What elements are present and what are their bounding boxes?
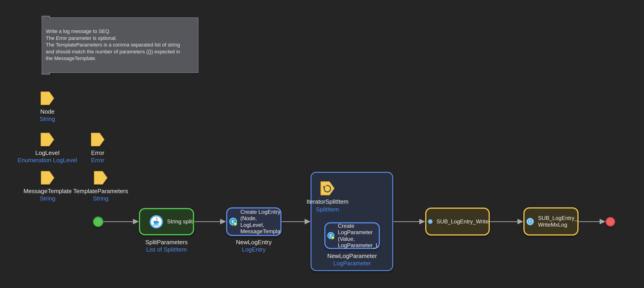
flow-connector[interactable]: [393, 221, 419, 222]
loop-iterator-icon: [320, 181, 335, 196]
create-object-icon: [326, 230, 335, 241]
iterator-type: SplitItem: [291, 206, 364, 213]
variable-type: LogParameter: [324, 259, 380, 267]
action-label: String split: [167, 218, 193, 225]
start-event[interactable]: [93, 216, 104, 227]
action-output-label: NewLogParameter LogParameter: [324, 252, 380, 267]
action-label: SUB_LogEntry_Write: [436, 218, 488, 225]
iterator-name: IteratorSplitItem: [291, 198, 364, 205]
microflow-call-sub-logentry-writemxlog[interactable]: SUB_LogEntry_ WriteMxLog: [524, 207, 578, 235]
microflow-call-sub-logentry-write[interactable]: SUB_LogEntry_Write: [425, 208, 490, 235]
parameter-node[interactable]: Node String: [11, 91, 84, 123]
microflow-canvas: Write a log message to SEQ. The Error pa…: [0, 0, 644, 288]
parameter-type: Error: [91, 156, 104, 164]
variable-type: LogEntry: [226, 246, 282, 253]
action-label: Create LogParameter (Value, LogParameter…: [338, 223, 379, 249]
loop-iterator-splititem[interactable]: IteratorSplitItem SplitItem Create LogPa…: [310, 172, 393, 271]
annotation-note[interactable]: Write a log message to SEQ. The Error pa…: [42, 18, 198, 73]
parameter-icon: [40, 91, 54, 105]
parameter-icon: [91, 132, 105, 147]
flow-connector[interactable]: [104, 221, 133, 222]
create-object-action-logparameter[interactable]: Create LogParameter (Value, LogParameter…: [324, 222, 380, 249]
parameter-icon: [94, 171, 108, 185]
parameter-type: String: [40, 115, 55, 123]
parameter-name: Error: [91, 149, 104, 156]
flow-connector[interactable]: [194, 221, 220, 222]
microflow-call-icon: [428, 216, 433, 227]
variable-name: NewLogEntry: [226, 238, 282, 246]
flow-connector[interactable]: [282, 221, 304, 222]
action-output-label: NewLogEntry LogEntry: [226, 238, 282, 253]
microflow-call-icon: [526, 216, 534, 227]
variable-type: List of SplitItem: [139, 246, 194, 253]
parameter-name: Node: [40, 108, 54, 115]
parameter-type: String: [40, 195, 56, 202]
end-event[interactable]: [606, 217, 615, 227]
action-output-label: SplitParameters List of SplitItem: [139, 238, 194, 253]
parameter-error[interactable]: Error Error: [61, 132, 134, 164]
action-label: Create LogEntry (Node, LogLevel, Message…: [240, 209, 280, 235]
action-label: SUB_LogEntry_ WriteMxLog: [538, 215, 578, 228]
create-object-icon: [228, 216, 238, 227]
parameter-icon: [40, 171, 55, 185]
parameter-type: String: [93, 195, 108, 202]
variable-name: NewLogParameter: [324, 252, 380, 259]
java-action-icon: [150, 215, 163, 229]
parameter-templateparameters[interactable]: TemplateParameters String: [64, 171, 137, 202]
parameter-name: LogLevel: [35, 149, 60, 156]
java-action-string-split[interactable]: String split: [139, 208, 194, 235]
parameter-name: TemplateParameters: [73, 187, 128, 195]
variable-name: SplitParameters: [139, 238, 194, 246]
create-object-action-logentry[interactable]: Create LogEntry (Node, LogLevel, Message…: [226, 207, 282, 236]
flow-connector[interactable]: [490, 221, 518, 222]
flow-connector[interactable]: [578, 221, 600, 222]
parameter-icon: [40, 132, 54, 147]
